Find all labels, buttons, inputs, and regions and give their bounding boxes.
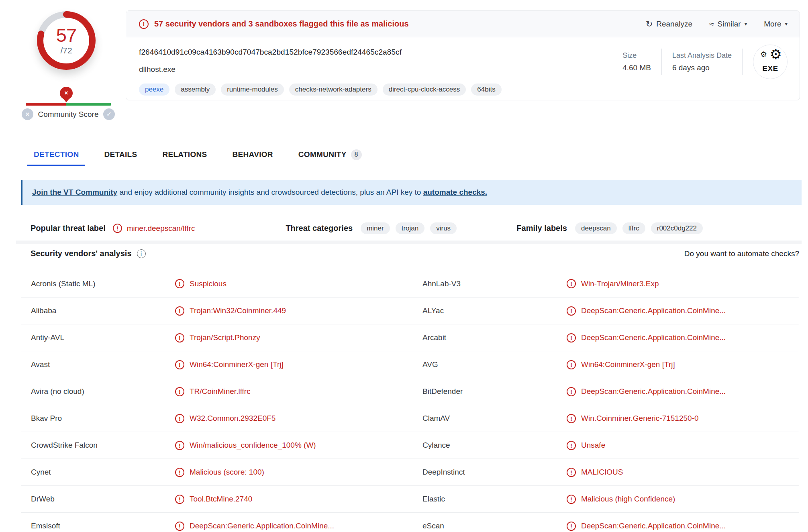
detection-result-cell: !Win/malicious_confidence_100% (W) — [175, 441, 422, 450]
family-pill-r002c0dg222[interactable]: r002c0dg222 — [651, 222, 703, 234]
tab-label: DETECTION — [34, 150, 79, 159]
banner-text: and enjoy additional community insights … — [117, 188, 423, 196]
threat-summary-row: Popular threat label ! miner.deepscan/lf… — [16, 217, 802, 240]
vote-harmless-icon[interactable]: ✓ — [103, 108, 115, 120]
similar-button[interactable]: ≈ Similar ▾ — [709, 20, 747, 29]
detection-result: DeepScan:Generic.Application.CoinMine... — [581, 522, 726, 530]
tag-pill-runtime-modules[interactable]: runtime-modules — [221, 84, 284, 96]
info-icon[interactable]: i — [137, 249, 146, 258]
alert-text: 57 security vendors and 3 sandboxes flag… — [154, 19, 409, 29]
vendor-name: CrowdStrike Falcon — [31, 441, 175, 450]
detection-result: Malicious (high Confidence) — [581, 495, 675, 503]
detection-result-cell: !Unsafe — [567, 441, 799, 450]
detection-result-cell: !Win.Coinminer.Generic-7151250-0 — [567, 414, 799, 423]
more-button[interactable]: More ▾ — [764, 20, 788, 29]
vendor-name: Emsisoft — [31, 522, 175, 530]
tab-details[interactable]: DETAILS — [98, 145, 143, 166]
warning-icon: ! — [175, 279, 184, 288]
automate-checks-question[interactable]: Do you want to automate checks? — [684, 249, 799, 258]
family-pill-lffrc[interactable]: lffrc — [622, 222, 645, 234]
detection-result-cell: !DeepScan:Generic.Application.CoinMine..… — [567, 387, 799, 396]
detection-result: Win/malicious_confidence_100% (W) — [190, 441, 316, 450]
detection-result-cell: !MALICIOUS — [567, 468, 799, 477]
file-header-card: ! 57 security vendors and 3 sandboxes fl… — [126, 10, 800, 100]
detection-total: /72 — [60, 46, 72, 55]
reanalyze-button[interactable]: ↻ Reanalyze — [646, 20, 692, 29]
warning-icon: ! — [567, 414, 576, 423]
detection-result: Malicious (score: 100) — [190, 468, 264, 477]
vendor-name: eScan — [422, 522, 567, 530]
vendor-name: Arcabit — [422, 333, 567, 342]
vendor-name: Avast — [31, 360, 175, 369]
detection-result: TR/CoinMiner.lffrc — [190, 387, 251, 396]
last-analysis-value: 6 days ago — [672, 63, 732, 72]
detection-result-cell: !Malicious (score: 100) — [175, 468, 422, 477]
alert-banner: ! 57 security vendors and 3 sandboxes fl… — [126, 11, 800, 37]
vendor-name: Elastic — [422, 495, 567, 503]
size-label: Size — [622, 51, 651, 60]
table-row: CrowdStrike Falcon!Win/malicious_confide… — [21, 432, 799, 459]
tab-badge: 8 — [351, 149, 362, 160]
category-pill-virus[interactable]: virus — [430, 222, 457, 234]
detection-result-cell: !TR/CoinMiner.lffrc — [175, 387, 422, 396]
warning-icon: ! — [567, 333, 576, 342]
join-community-link[interactable]: Join the VT Community — [32, 188, 117, 196]
score-gauge: 57 /72 × × Community Score ✓ — [16, 0, 116, 124]
table-row: Bkav Pro!W32.Common.2932E0F5ClamAV!Win.C… — [21, 405, 799, 432]
tag-pill-checks-network-adapters[interactable]: checks-network-adapters — [289, 84, 377, 96]
family-pill-deepscan[interactable]: deepscan — [575, 222, 617, 234]
detection-result-cell: !DeepScan:Generic.Application.CoinMine..… — [175, 522, 422, 531]
detection-result-cell: !Trojan:Win32/Coinminer.449 — [175, 306, 422, 316]
size-value: 4.60 MB — [622, 63, 651, 72]
chevron-down-icon: ▾ — [785, 21, 788, 27]
detection-result: Win-Trojan/Miner3.Exp — [581, 279, 659, 288]
vendor-name: Avira (no cloud) — [31, 387, 175, 396]
vendor-name: Alibaba — [31, 306, 175, 315]
divider — [742, 49, 743, 75]
detection-result: Tool.BtcMine.2740 — [190, 495, 252, 503]
chevron-down-icon: ▾ — [745, 21, 747, 27]
detection-result: DeepScan:Generic.Application.CoinMine... — [581, 306, 726, 315]
warning-icon: ! — [175, 333, 184, 342]
automate-checks-link[interactable]: automate checks. — [423, 188, 487, 196]
threat-category-list: minertrojanvirus — [361, 222, 457, 234]
detection-result: W32.Common.2932E0F5 — [190, 414, 275, 423]
vendors-table: Acronis (Static ML)!SuspiciousAhnLab-V3!… — [21, 270, 799, 532]
table-row: Avira (no cloud)!TR/CoinMiner.lffrcBitDe… — [21, 378, 799, 405]
family-label-list: deepscanlffrcr002c0dg222 — [575, 222, 703, 234]
tag-pill-peexe[interactable]: peexe — [139, 84, 169, 96]
tag-pill-direct-cpu-clock-access[interactable]: direct-cpu-clock-access — [383, 84, 466, 96]
detection-result-cell: !Malicious (high Confidence) — [567, 495, 799, 504]
vendor-name: DrWeb — [31, 495, 175, 503]
detection-result: Win64:CoinminerX-gen [Trj] — [581, 360, 675, 369]
warning-icon: ! — [175, 414, 184, 423]
vendor-name: Cynet — [31, 468, 175, 477]
warning-icon: ! — [175, 468, 184, 477]
vendor-name: AVG — [422, 360, 567, 369]
detection-result: Trojan:Win32/Coinminer.449 — [190, 306, 286, 315]
tab-community[interactable]: COMMUNITY8 — [292, 145, 368, 166]
warning-icon: ! — [567, 495, 576, 504]
threat-categories-label: Threat categories — [286, 224, 353, 233]
warning-icon: ! — [175, 360, 184, 369]
tag-pill-assembly[interactable]: assembly — [175, 84, 216, 96]
category-pill-trojan[interactable]: trojan — [396, 222, 425, 234]
popular-threat-label: Popular threat label — [31, 224, 106, 233]
warning-icon: ! — [175, 387, 184, 396]
tab-bar: DETECTIONDETAILSRELATIONSBEHAVIORCOMMUNI… — [16, 145, 802, 166]
vendor-name: ClamAV — [422, 414, 567, 423]
tag-pill-64bits[interactable]: 64bits — [471, 84, 501, 96]
tab-behavior[interactable]: BEHAVIOR — [226, 145, 280, 166]
vote-malicious-icon[interactable]: × — [22, 108, 33, 120]
tab-detection[interactable]: DETECTION — [27, 145, 85, 166]
tab-relations[interactable]: RELATIONS — [156, 145, 213, 166]
divider — [661, 49, 662, 75]
vendor-name: AhnLab-V3 — [422, 279, 567, 288]
detection-result: DeepScan:Generic.Application.CoinMine... — [581, 387, 726, 396]
detection-result-cell: !Win-Trojan/Miner3.Exp — [567, 279, 799, 288]
category-pill-miner[interactable]: miner — [361, 222, 390, 234]
family-labels-label: Family labels — [516, 224, 567, 233]
vendor-name: Bkav Pro — [31, 414, 175, 423]
table-row: Emsisoft!DeepScan:Generic.Application.Co… — [21, 512, 799, 532]
warning-icon: ! — [567, 306, 576, 316]
